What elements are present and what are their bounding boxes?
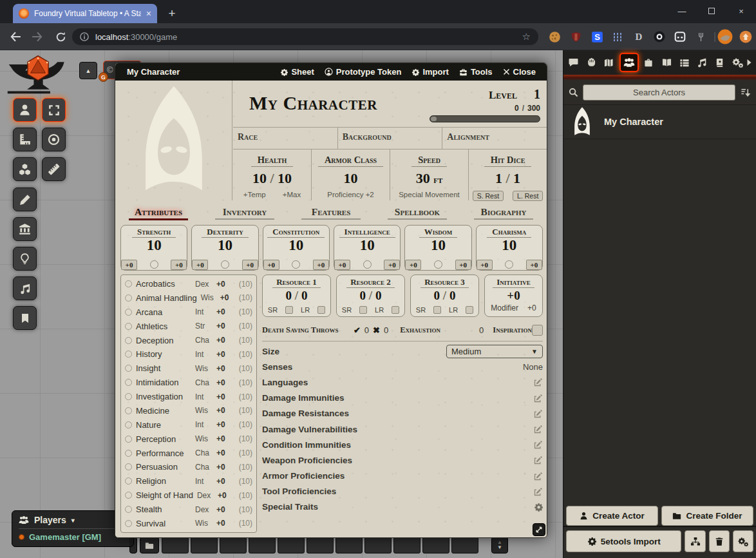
module-settings-button[interactable]: [733, 530, 753, 552]
proficiency-radio[interactable]: [292, 260, 300, 269]
bookmark-star-icon[interactable]: ☆: [522, 31, 531, 43]
character-portrait[interactable]: [115, 81, 232, 200]
background-field[interactable]: Background: [337, 128, 442, 149]
ability-save[interactable]: +0: [313, 260, 329, 270]
macro-slot[interactable]: [278, 537, 305, 553]
lr-checkbox[interactable]: [466, 306, 473, 314]
exhaustion-value[interactable]: 0: [479, 325, 484, 335]
shield-extension-icon[interactable]: [568, 29, 583, 44]
skill-proficiency-radio[interactable]: [125, 337, 132, 344]
size-select[interactable]: Medium ▼: [446, 345, 543, 358]
ability-score[interactable]: 10: [405, 238, 471, 259]
ability-score[interactable]: 10: [121, 238, 187, 259]
search-input[interactable]: [583, 84, 735, 101]
folder-tree-button[interactable]: [685, 530, 705, 552]
walls-control-button[interactable]: [13, 217, 37, 241]
tab-settings[interactable]: [729, 50, 747, 75]
resource-value[interactable]: 0 / 0: [411, 288, 478, 306]
edit-icon[interactable]: [534, 394, 543, 403]
create-folder-button[interactable]: Create Folder: [661, 506, 753, 526]
maximize-button[interactable]: [697, 0, 726, 22]
tab-chat[interactable]: [565, 50, 583, 75]
ability-modifier[interactable]: +0: [405, 260, 421, 270]
macro-slot[interactable]: [364, 537, 392, 553]
forward-icon[interactable]: [30, 29, 45, 44]
skill-proficiency-radio[interactable]: [125, 506, 132, 513]
lr-checkbox[interactable]: [392, 306, 399, 314]
edit-icon[interactable]: [534, 425, 543, 434]
ac-value[interactable]: 10: [312, 170, 390, 187]
nav-collapse-button[interactable]: ▲: [79, 62, 97, 79]
macro-slot[interactable]: [191, 537, 218, 553]
ability-save[interactable]: +0: [384, 260, 400, 270]
macro-slot[interactable]: [422, 537, 449, 553]
ability-modifier[interactable]: +0: [334, 260, 350, 270]
proficiency-radio[interactable]: [363, 260, 372, 269]
delete-button[interactable]: [709, 530, 730, 552]
import-button[interactable]: Import: [406, 67, 453, 77]
macro-folder-button[interactable]: [140, 537, 159, 553]
skill-row[interactable]: Perception Wis +0 (10): [121, 432, 256, 446]
sounds-control-button[interactable]: [13, 276, 37, 300]
sheet-config-button[interactable]: Sheet: [275, 67, 319, 77]
edit-icon[interactable]: [534, 472, 543, 481]
tools-button[interactable]: Tools: [454, 67, 498, 77]
health-value[interactable]: 10 / 10: [233, 170, 311, 187]
skill-row[interactable]: Performance Cha +0 (10): [121, 447, 256, 460]
ability-score[interactable]: 10: [192, 238, 258, 259]
gear-icon[interactable]: [534, 503, 543, 512]
skill-proficiency-radio[interactable]: [125, 477, 132, 485]
xp-value[interactable]: 0/300: [515, 104, 540, 113]
level-value[interactable]: 1: [534, 87, 540, 102]
tab-scenes[interactable]: [600, 50, 618, 75]
skill-row[interactable]: Medicine Wis +0 (10): [121, 404, 256, 418]
ability-save[interactable]: +0: [171, 260, 187, 270]
skill-row[interactable]: Arcana Int +0 (10): [121, 305, 256, 319]
skill-proficiency-radio[interactable]: [125, 520, 132, 527]
tab-inventory[interactable]: Inventory: [202, 204, 288, 224]
edit-icon[interactable]: [534, 440, 543, 449]
inspiration-checkbox[interactable]: [532, 325, 543, 336]
skill-proficiency-radio[interactable]: [125, 351, 132, 358]
initiative-label[interactable]: Initiative: [493, 277, 534, 288]
skill-proficiency-radio[interactable]: [125, 309, 132, 316]
skill-proficiency-radio[interactable]: [125, 393, 132, 400]
proficiency-radio[interactable]: [434, 260, 442, 269]
hotbar-page-control[interactable]: ▲ ▼: [491, 537, 508, 553]
skill-proficiency-radio[interactable]: [125, 379, 132, 386]
skill-row[interactable]: Persuasion Cha +0 (10): [121, 460, 256, 474]
ability-save[interactable]: +0: [526, 260, 542, 270]
player-row-gm[interactable]: Gamemaster [GM]: [19, 532, 127, 542]
ability-score[interactable]: 10: [477, 238, 542, 259]
sr-checkbox[interactable]: [433, 306, 441, 314]
skill-proficiency-radio[interactable]: [125, 294, 132, 302]
edit-icon[interactable]: [534, 456, 543, 465]
skill-row[interactable]: Sleight of Hand Dex +0 (10): [121, 488, 256, 502]
skill-row[interactable]: Insight Wis +0 (10): [121, 361, 256, 375]
skill-row[interactable]: Stealth Dex +0 (10): [121, 503, 256, 516]
tab-compendium[interactable]: [711, 50, 729, 75]
death-failure-icon[interactable]: ✖: [373, 325, 380, 335]
sr-checkbox[interactable]: [285, 306, 293, 314]
browser-tab[interactable]: Foundry Virtual Tabletop • A Stan ×: [13, 4, 157, 23]
macro-slot[interactable]: [162, 537, 189, 553]
ability-name[interactable]: Intelligence: [339, 227, 395, 238]
tab-items[interactable]: [640, 50, 658, 75]
sidebar-collapse-icon[interactable]: [746, 59, 755, 66]
skill-row[interactable]: Intimidation Cha +0 (10): [121, 376, 256, 389]
skill-proficiency-radio[interactable]: [125, 365, 132, 372]
ability-modifier[interactable]: +0: [477, 260, 493, 270]
ability-modifier[interactable]: +0: [121, 260, 137, 270]
death-success-icon[interactable]: ✔: [354, 325, 361, 335]
ability-name[interactable]: Constitution: [267, 227, 325, 238]
ability-modifier[interactable]: +0: [263, 260, 279, 270]
window-title[interactable]: My Character: [121, 67, 275, 77]
ability-modifier[interactable]: +0: [192, 260, 208, 270]
edit-icon[interactable]: [534, 409, 543, 418]
tab-close-icon[interactable]: ×: [146, 8, 151, 19]
edit-icon[interactable]: [534, 487, 543, 496]
cookie-extension-icon[interactable]: [547, 29, 562, 44]
lighting-control-button[interactable]: [13, 247, 37, 271]
skill-row[interactable]: Acrobatics Dex +0 (10): [121, 277, 256, 291]
create-actor-button[interactable]: Create Actor: [566, 506, 658, 526]
